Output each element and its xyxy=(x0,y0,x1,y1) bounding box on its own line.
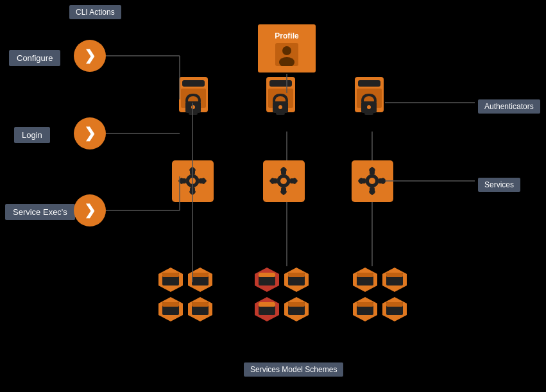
svg-rect-8 xyxy=(189,112,198,115)
hex-group-2 xyxy=(253,266,310,323)
gear-icon-3 xyxy=(352,160,393,205)
lock-icon-2 xyxy=(263,77,298,131)
svg-point-23 xyxy=(189,178,196,184)
svg-point-13 xyxy=(278,105,282,109)
login-button[interactable]: Login xyxy=(14,127,50,143)
svg-rect-65 xyxy=(192,302,209,307)
svg-rect-77 xyxy=(288,302,305,307)
svg-point-45 xyxy=(369,178,375,184)
svg-rect-59 xyxy=(192,273,209,277)
profile-label: Profile xyxy=(275,31,298,40)
gear-icon-1 xyxy=(172,160,214,205)
login-chevron[interactable]: ❯ xyxy=(74,117,106,149)
profile-card: Profile xyxy=(258,24,316,72)
svg-rect-89 xyxy=(386,302,403,307)
svg-rect-14 xyxy=(276,112,285,115)
svg-rect-10 xyxy=(269,80,292,87)
svg-rect-74 xyxy=(259,302,275,307)
svg-rect-20 xyxy=(364,112,373,115)
lock-icon-1 xyxy=(176,77,211,131)
service-execs-chevron[interactable]: ❯ xyxy=(74,194,106,226)
svg-rect-16 xyxy=(358,80,380,87)
svg-point-19 xyxy=(367,105,371,109)
hex-group-3 xyxy=(352,266,408,323)
hex-group-1 xyxy=(157,266,214,323)
svg-point-1 xyxy=(282,46,291,55)
service-execs-button[interactable]: Service Exec's xyxy=(5,204,75,220)
schemes-label: Services Model Schemes xyxy=(244,362,343,377)
svg-rect-56 xyxy=(162,273,179,277)
services-label: Services xyxy=(478,178,520,192)
svg-rect-71 xyxy=(288,273,305,277)
svg-rect-86 xyxy=(357,302,373,307)
svg-rect-83 xyxy=(386,273,403,277)
lock-icon-3 xyxy=(352,77,387,131)
configure-button[interactable]: Configure xyxy=(9,50,60,66)
svg-rect-4 xyxy=(182,80,205,87)
svg-rect-68 xyxy=(259,273,275,277)
svg-point-34 xyxy=(280,178,287,184)
authenticators-label: Authenticators xyxy=(478,99,540,114)
svg-point-7 xyxy=(191,105,195,109)
profile-person-icon xyxy=(275,43,298,66)
svg-rect-80 xyxy=(357,273,373,277)
configure-chevron[interactable]: ❯ xyxy=(74,40,106,72)
gear-icon-2 xyxy=(263,160,305,205)
cli-actions-label: CLI Actions xyxy=(69,5,121,19)
svg-rect-62 xyxy=(162,302,179,307)
